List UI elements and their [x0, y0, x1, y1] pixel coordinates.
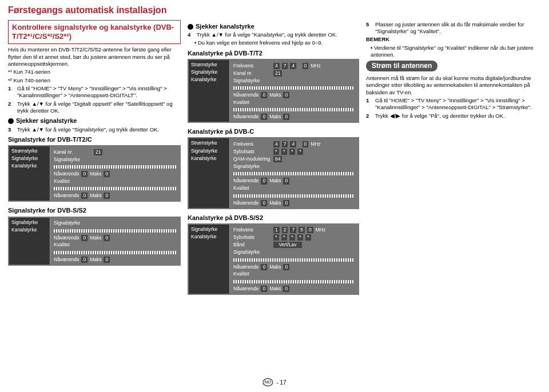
step-text: Gå til "HOME" > "TV Meny" > "Innstilling… — [375, 97, 541, 111]
step-text: Trykk ▲/▼ for å velge "Signalstyrke", og… — [17, 126, 181, 133]
diagram-title: Kanalstyrke på DVB-S/S2 — [188, 214, 359, 222]
step-text: Trykk ▲/▼ for å velge "Kanalstyrke", og … — [197, 31, 359, 38]
page-title: Førstegangs automatisk installasjon — [8, 5, 541, 17]
bullet-icon — [188, 24, 193, 30]
step-number: 1 — [8, 85, 14, 99]
paragraph: Antennen må få strøm for at du skal kunn… — [366, 75, 541, 96]
step-text: Gå til "HOME" > "TV Meny" > "Innstilling… — [17, 85, 181, 99]
footnote-2: *² Kun 740-serien — [8, 77, 181, 84]
column-1: Kontrollere signalstyrke og kanalstyrke … — [8, 20, 181, 299]
step-text: Trykk ◀/▶ for å velge "På", og deretter … — [375, 113, 541, 119]
section-box: Kontrollere signalstyrke og kanalstyrke … — [8, 20, 181, 45]
footnote-1: *¹ Kun 741-serien — [8, 69, 181, 75]
column-2: Sjekker kanalstyrke 4Trykk ▲/▼ for å vel… — [188, 20, 359, 299]
note-item: Verdiene til "Signalstyrke" og "Kvalitet… — [371, 45, 541, 59]
channel-diagram-dvbs: Signalstyrke Kanalstyrke Frekvens 12750 … — [188, 223, 359, 295]
section-stripe: Strøm til antennen — [366, 61, 437, 72]
step-number: 3 — [8, 126, 14, 133]
bullet-icon — [8, 118, 14, 124]
page-footer: NO - 17 — [262, 378, 286, 386]
column-3: 5Plasser og juster antennen slik at du f… — [366, 20, 541, 299]
step-number: 2 — [8, 101, 14, 115]
intro-text: Hvis du monterer en DVB-T/T2/C/S/S2-ante… — [8, 46, 181, 67]
diagram-title: Kanalstyrke på DVB-C — [188, 127, 359, 135]
lang-badge: NO — [262, 378, 273, 386]
channel-diagram-dvbc: Strømstyrke Signalstyrke Kanalstyrke Fre… — [188, 137, 359, 209]
note-heading: BEMERK — [366, 36, 541, 43]
subheading: Sjekker signalstyrke — [8, 117, 181, 125]
diagram-title: Signalstyrke for DVB-T/T2/C — [8, 135, 181, 143]
step-number: 5 — [366, 21, 372, 35]
step-text: Trykk ▲/▼ for å velge "Digitalt oppsett"… — [17, 101, 181, 115]
section-heading: Kontrollere signalstyrke og kanalstyrke … — [12, 23, 177, 42]
channel-diagram-dvbt: Strømstyrke Signalstyrke Kanalstyrke Fre… — [188, 59, 359, 123]
step-number: 1 — [366, 97, 372, 111]
signal-diagram-dvbt: Strømstyrke Signalstyrke Kanalstyrke Kan… — [8, 145, 181, 202]
page-number: - 17 — [276, 379, 286, 386]
subheading: Sjekker kanalstyrke — [188, 22, 359, 30]
step-number: 2 — [366, 113, 372, 119]
step-number: 4 — [188, 31, 193, 38]
step-text: Plasser og juster antennen slik at du få… — [375, 21, 541, 35]
diagram-title: Signalstyrke for DVB-S/S2 — [8, 206, 181, 214]
diagram-title: Kanalstyrke på DVB-T/T2 — [188, 49, 359, 57]
signal-diagram-dvbs: Signalstyrke Kanalstyrke Signalstyrke Nå… — [8, 217, 181, 266]
step-note: • Du kan velge en bestemt frekvens ved h… — [194, 39, 359, 46]
